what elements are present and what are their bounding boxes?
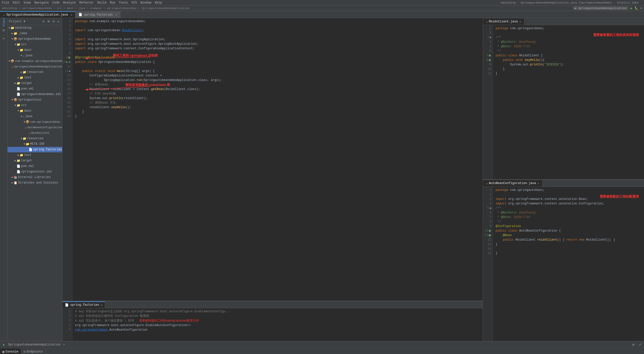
tree-item-resources2[interactable]: ▼ 📁 resources xyxy=(8,136,62,141)
tree-item-iml2[interactable]: ▶ 📄 springautoioc.iml xyxy=(8,169,62,174)
run-title: SpringautobeandemoApplication xyxy=(8,343,61,346)
tree-item-target2[interactable]: ▶ 📁 target xyxy=(8,158,62,163)
reids-tab-icon: ☕ xyxy=(486,20,488,24)
menu-analyze[interactable]: Analyze xyxy=(63,1,76,5)
tab-main-app[interactable]: ☕ SpringautobeandemoApplication.java ✕ xyxy=(0,11,75,18)
tree-item-app-class[interactable]: ▶ ☕ SpringautobeandemoApplication xyxy=(8,64,62,69)
menu-run[interactable]: Run xyxy=(110,1,115,5)
run-settings-icon[interactable]: ⚙ xyxy=(631,342,636,347)
tree-item-pom1[interactable]: ▶ 📄 pom.xml xyxy=(8,86,62,92)
factories-file-icon: 📄 xyxy=(65,303,69,307)
tree-item-main1[interactable]: ▼ 📁 main xyxy=(8,47,62,53)
debug-button[interactable]: 🐛 xyxy=(634,6,638,10)
autobean-code-lines[interactable]: package com.springautobean; import org.s… xyxy=(493,187,644,341)
autobean-line-6: * @Authors: DaoZhuang xyxy=(496,210,644,215)
tree-item-src1[interactable]: ▼ 📁 src xyxy=(8,42,62,47)
autobean-line-5: /** xyxy=(496,206,644,210)
run-play-icon[interactable]: ▶ xyxy=(2,342,7,347)
menu-tools[interactable]: Tools xyxy=(119,1,128,5)
tree-item-idea[interactable]: ▶ 📁 .idea xyxy=(8,31,62,36)
menu-vcs[interactable]: VCS xyxy=(132,1,137,5)
factories-code-lines[interactable]: # key 对应springboot定义好的 org.springframewo… xyxy=(72,308,483,341)
reids-line-11: } xyxy=(496,71,644,76)
tree-item-target1[interactable]: ▶ 📁 target xyxy=(8,80,62,86)
tab-spring-factories-label: spring.factories xyxy=(84,13,113,17)
tab-reids-client[interactable]: ☕ ReidsClient.java ✕ xyxy=(483,18,525,25)
tab-factories[interactable]: 📄 spring.factories ✕ xyxy=(62,301,105,308)
code-content-main[interactable]: 12345 678 9 10▶ 11 12▶ 13141516171819202… xyxy=(62,18,483,301)
code-lines-main[interactable]: package com.example.springautobeandemo; … xyxy=(72,18,483,301)
tab-java-icon: ☕ xyxy=(3,13,5,17)
autobean-close-icon[interactable]: ✕ xyxy=(537,182,539,185)
tree-item-test1[interactable]: ▶ 📁 test xyxy=(8,75,62,80)
toolbar-gear-icon[interactable]: ⚙ xyxy=(42,20,46,24)
tree-item-reids[interactable]: ▶ ☕ ReidsClient xyxy=(8,130,62,136)
autobean-line-13: } xyxy=(496,242,644,247)
endpoints-label: Endpoints xyxy=(27,350,43,353)
factories-code-content[interactable]: 12345 # key 对应springboot定义好的 org.springf… xyxy=(62,308,483,341)
factories-line-1: # key 对应springboot定义好的 org.springframewo… xyxy=(75,309,483,314)
menu-navigate[interactable]: Navigate xyxy=(34,1,49,5)
code-line-11 xyxy=(75,64,483,69)
run-expand-icon[interactable]: ⤢ xyxy=(637,342,642,347)
reids-code-lines[interactable]: package com.springautobean; /** * @Autho… xyxy=(493,25,644,179)
run-button-green[interactable]: ▶ xyxy=(630,6,632,10)
menu-help[interactable]: Help xyxy=(155,1,162,5)
tree-item-ext-libs[interactable]: ▶ 📚 External Libraries xyxy=(8,174,62,180)
menu-edit[interactable]: Edit xyxy=(13,1,20,5)
tree-item-springautobeandemo[interactable]: ▼ 📦 springautobeandemo xyxy=(8,36,62,42)
menu-file[interactable]: File xyxy=(2,1,9,5)
toolbar-expand-icon[interactable]: ⊞ xyxy=(47,20,51,24)
menu-refactor[interactable]: Refactor xyxy=(79,1,94,5)
tab-factories-close[interactable]: ✕ xyxy=(115,13,117,17)
tree-item-src2[interactable]: ▼ 📁 src xyxy=(8,103,62,108)
tree-item-pkg2[interactable]: ▼ 📦 com.springautobean xyxy=(8,119,62,125)
tab-close-icon[interactable]: ✕ xyxy=(70,13,72,17)
menu-view[interactable]: View xyxy=(24,1,31,5)
factories-line-2: # val 对应的是自己编写的 Configuration 配置类 xyxy=(75,314,483,318)
autobean-code-content[interactable]: 1234 5 6789 10 11 12131415 package com.s… xyxy=(483,187,644,341)
main-tab-bar: ☕ SpringautobeandemoApplication.java ✕ 📄… xyxy=(0,11,644,18)
tree-item-resources1[interactable]: ▶ 📁 resources xyxy=(8,69,62,75)
tree-item-main2[interactable]: ▼ 📁 main xyxy=(8,108,62,114)
factories-close-icon[interactable]: ✕ xyxy=(101,303,102,307)
bottom-tab-endpoints[interactable]: ⊡ Endpoints xyxy=(21,348,46,354)
autobean-line-15: } xyxy=(496,251,644,256)
toolbar-sync-icon[interactable]: ↻ xyxy=(57,20,61,24)
factories-line-numbers: 12345 xyxy=(62,308,72,341)
tree-item-pom2[interactable]: ▶ 📄 pom.xml xyxy=(8,163,62,169)
menu-build[interactable]: Build xyxy=(97,1,106,5)
menu-window[interactable]: Window xyxy=(140,1,151,5)
tree-item-pkg1[interactable]: ▼ 📦 com.example.springautobeandemo xyxy=(8,58,62,64)
tree-item-metainf[interactable]: ▼ 📁 META-INF xyxy=(8,141,62,147)
bottom-tab-console[interactable]: ▤ Console xyxy=(0,348,21,354)
console-icon: ▤ xyxy=(3,350,4,354)
tab-spring-factories[interactable]: 📄 spring.factories ✕ xyxy=(75,11,120,18)
project-icon[interactable]: Project xyxy=(1,19,7,25)
tree-item-autobean[interactable]: ▶ ☕ AutoBeanConfiguration xyxy=(8,125,62,130)
tree-item-eduCoding[interactable]: ▼ 📁 eduCoding xyxy=(8,25,62,31)
toolbar-collapse-icon[interactable]: ⊟ xyxy=(52,20,56,24)
tree-item-test2[interactable]: ▶ 📁 test xyxy=(8,152,62,158)
code-line-3: import com.springautobean.ReidsClient; xyxy=(75,28,483,33)
tree-item-java2[interactable]: ▼ ☕ java xyxy=(8,114,62,119)
run-close-icon[interactable]: ✕ xyxy=(63,343,65,346)
tree-item-iml1[interactable]: ▶ 📄 springautobeandemo.iml xyxy=(8,92,62,97)
settings-icon[interactable]: ⚙ xyxy=(640,7,642,10)
left-icon-strip: Project ⊞ ★ xyxy=(0,18,8,341)
tree-item-springautoioc[interactable]: ▼ 📦 springautoioc xyxy=(8,97,62,103)
reids-code-content[interactable]: 12 3 456 7 8 91011 package com.springaut… xyxy=(483,25,644,179)
tree-item-java1[interactable]: ▼ ☕ java xyxy=(8,53,62,58)
structure-icon[interactable]: ⊞ xyxy=(1,27,7,33)
autobean-tab-icon: ☕ xyxy=(486,182,488,185)
tree-item-spring-factories[interactable]: ▶ 📄 spring.factories xyxy=(8,147,62,152)
tab-auto-bean[interactable]: ☕ AutoBeanConfiguration.java ✕ xyxy=(483,180,543,187)
main-layout: Project ⊞ ★ Project ▼ ⚙ ⊞ ⊟ ↻ ▼ 📁 eduCod… xyxy=(0,18,644,341)
tree-item-scratches[interactable]: ▶ 📋 Scratches and Consoles xyxy=(8,180,62,186)
reids-close-icon[interactable]: ✕ xyxy=(519,20,521,24)
favorites-icon[interactable]: ★ xyxy=(1,35,7,41)
reids-line-5: * @Date: 2020/7/15 xyxy=(496,44,644,49)
code-line-4 xyxy=(75,33,483,37)
factories-line-5: com.springautobean.AutoBeanConfiguration xyxy=(75,328,483,332)
menu-code[interactable]: Code xyxy=(52,1,60,5)
